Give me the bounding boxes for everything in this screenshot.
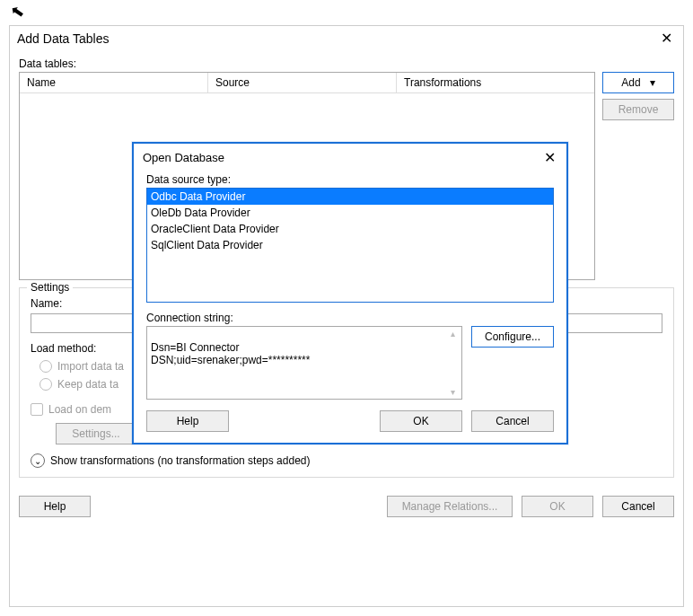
col-name[interactable]: Name (20, 73, 208, 92)
radio-icon (39, 378, 52, 391)
col-transformations[interactable]: Transformations (397, 73, 594, 92)
modal-ok-button[interactable]: OK (380, 410, 462, 432)
name-label: Name: (31, 297, 120, 310)
ok-button: OK (522, 496, 593, 517)
col-source[interactable]: Source (208, 73, 397, 92)
scrollbar[interactable]: ▴▾ (445, 329, 460, 397)
close-icon[interactable]: ✕ (540, 149, 559, 166)
modal-help-button[interactable]: Help (146, 410, 229, 432)
manage-relations-button: Manage Relations... (387, 496, 513, 517)
list-item-oracle[interactable]: OracleClient Data Provider (147, 221, 553, 237)
data-source-type-label: Data source type: (146, 173, 554, 186)
caret-down-icon: ▾ (650, 76, 655, 89)
dialog-footer: Help Manage Relations... OK Cancel (10, 487, 683, 526)
close-icon[interactable]: ✕ (657, 30, 676, 47)
data-source-type-list[interactable]: Odbc Data Provider OleDb Data Provider O… (146, 188, 554, 303)
show-transformations-toggle[interactable]: ⌄ Show transformations (no transformatio… (31, 453, 662, 468)
chevron-down-icon: ⌄ (31, 453, 45, 468)
connection-string-input[interactable]: Dsn=BI Connector DSN;uid=srenaker;pwd=**… (146, 326, 462, 400)
titlebar: Add Data Tables ✕ (10, 26, 683, 54)
ondemand-settings-button: Settings... (56, 423, 136, 444)
settings-legend: Settings (27, 281, 73, 294)
data-tables-label: Data tables: (19, 57, 674, 70)
remove-button: Remove (602, 99, 674, 120)
modal-title: Open Database (143, 151, 224, 164)
radio-icon (39, 360, 52, 373)
checkbox-icon (31, 403, 43, 416)
list-item-odbc[interactable]: Odbc Data Provider (147, 189, 553, 205)
help-button[interactable]: Help (19, 496, 91, 517)
list-item-oledb[interactable]: OleDb Data Provider (147, 205, 553, 221)
cancel-button[interactable]: Cancel (602, 496, 674, 517)
modal-titlebar: Open Database ✕ (134, 144, 566, 173)
load-method-label: Load method: (31, 342, 120, 355)
table-header: Name Source Transformations (20, 73, 594, 93)
list-item-sqlclient[interactable]: SqlClient Data Provider (147, 237, 553, 253)
add-button[interactable]: Add ▾ (602, 72, 674, 93)
open-database-dialog: Open Database ✕ Data source type: Odbc D… (132, 142, 568, 444)
dialog-title: Add Data Tables (17, 31, 109, 46)
connection-string-label: Connection string: (146, 312, 554, 324)
configure-button[interactable]: Configure... (471, 326, 554, 348)
modal-cancel-button[interactable]: Cancel (471, 410, 554, 432)
cursor-icon: ⬉ (9, 1, 26, 22)
